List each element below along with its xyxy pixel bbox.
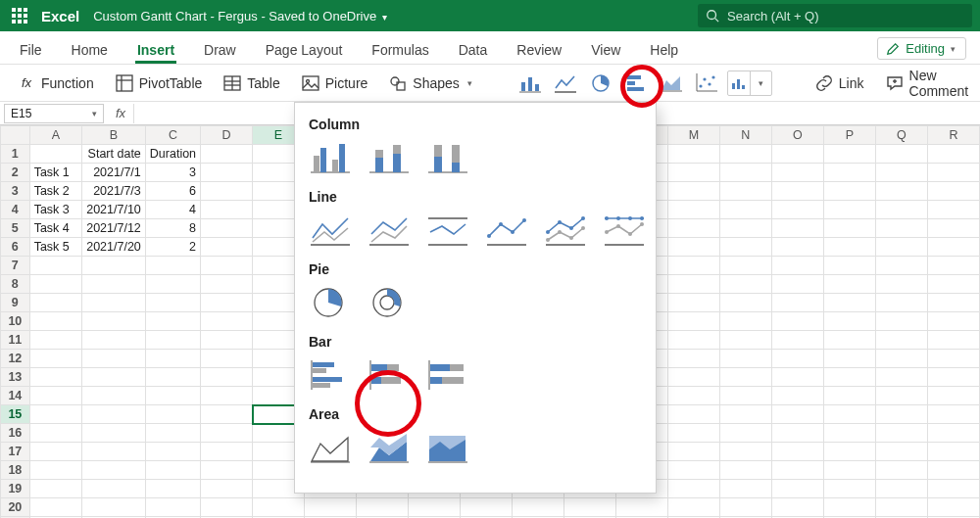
row-header-19[interactable]: 19: [1, 480, 30, 498]
cell-R14[interactable]: [927, 387, 979, 405]
cell-B11[interactable]: [82, 331, 146, 350]
cell-P7[interactable]: [823, 257, 875, 275]
cell-C7[interactable]: [145, 257, 200, 275]
cell-M17[interactable]: [667, 443, 719, 461]
cell-R10[interactable]: [927, 312, 979, 331]
cell-D14[interactable]: [201, 387, 253, 405]
cell-A8[interactable]: [29, 275, 82, 294]
column-chart-button[interactable]: [515, 71, 545, 96]
row-header-11[interactable]: 11: [1, 331, 30, 350]
link-button[interactable]: Link: [815, 74, 864, 92]
cell-P12[interactable]: [823, 350, 875, 368]
cell-R17[interactable]: [927, 443, 979, 461]
cell-A10[interactable]: [29, 312, 82, 331]
stacked-bar-option[interactable]: [368, 357, 411, 393]
tab-review[interactable]: Review: [514, 42, 564, 64]
cell-P13[interactable]: [823, 368, 875, 387]
cell-N16[interactable]: [719, 424, 771, 443]
column-header-B[interactable]: B: [82, 126, 146, 145]
cell-A12[interactable]: [29, 350, 82, 368]
cell-B6[interactable]: 2021/7/20: [82, 238, 146, 257]
cell-R5[interactable]: [927, 219, 979, 238]
cell-R13[interactable]: [927, 368, 979, 387]
cell-A16[interactable]: [29, 424, 82, 443]
area-option[interactable]: [309, 430, 352, 465]
cell-O12[interactable]: [771, 350, 823, 368]
cell-Q15[interactable]: [875, 405, 927, 424]
cell-N11[interactable]: [719, 331, 771, 350]
cell-C16[interactable]: [145, 424, 200, 443]
cell-M12[interactable]: [667, 350, 719, 368]
cell-D8[interactable]: [201, 275, 253, 294]
cell-L20[interactable]: [615, 498, 667, 517]
cell-C8[interactable]: [145, 275, 200, 294]
line-chart-button[interactable]: [551, 71, 580, 96]
cell-B4[interactable]: 2021/7/10: [82, 201, 146, 219]
cell-R15[interactable]: [927, 405, 979, 424]
cell-D10[interactable]: [201, 312, 253, 331]
cell-C10[interactable]: [145, 312, 200, 331]
cell-M7[interactable]: [667, 257, 719, 275]
cell-A5[interactable]: Task 4: [29, 219, 82, 238]
cell-C1[interactable]: Duration: [145, 145, 200, 164]
row-header-6[interactable]: 6: [1, 238, 30, 257]
cell-M1[interactable]: [667, 145, 719, 164]
cell-N10[interactable]: [719, 312, 771, 331]
cell-D4[interactable]: [201, 201, 253, 219]
cell-C20[interactable]: [145, 498, 200, 517]
cell-B14[interactable]: [82, 387, 146, 405]
cell-P4[interactable]: [823, 201, 875, 219]
cell-Q6[interactable]: [875, 238, 927, 257]
cell-O19[interactable]: [771, 480, 823, 498]
column-header-M[interactable]: M: [667, 126, 719, 145]
cell-N3[interactable]: [719, 182, 771, 201]
search-input[interactable]: Search (Alt + Q): [698, 4, 972, 27]
chevron-down-icon[interactable]: ▾: [750, 71, 771, 95]
cell-D7[interactable]: [201, 257, 253, 275]
cell-B7[interactable]: [82, 257, 146, 275]
row-header-17[interactable]: 17: [1, 443, 30, 461]
picture-button[interactable]: Picture: [302, 74, 368, 92]
row-header-13[interactable]: 13: [1, 368, 30, 387]
editing-mode-button[interactable]: Editing ▾: [877, 37, 966, 60]
cell-M14[interactable]: [667, 387, 719, 405]
cell-P5[interactable]: [823, 219, 875, 238]
cell-C6[interactable]: 2: [145, 238, 200, 257]
cell-R2[interactable]: [927, 164, 979, 182]
cell-O11[interactable]: [771, 331, 823, 350]
tab-help[interactable]: Help: [648, 42, 680, 64]
cell-P14[interactable]: [823, 387, 875, 405]
cell-A9[interactable]: [29, 294, 82, 312]
tab-draw[interactable]: Draw: [202, 42, 238, 64]
cell-Q20[interactable]: [875, 498, 927, 517]
cell-M19[interactable]: [667, 480, 719, 498]
cell-B15[interactable]: [82, 405, 146, 424]
cell-Q8[interactable]: [875, 275, 927, 294]
cell-R7[interactable]: [927, 257, 979, 275]
cell-P11[interactable]: [823, 331, 875, 350]
doughnut-option[interactable]: [368, 285, 411, 320]
cell-Q16[interactable]: [875, 424, 927, 443]
cell-D5[interactable]: [201, 219, 253, 238]
cell-R16[interactable]: [927, 424, 979, 443]
stacked-area-option[interactable]: [368, 430, 411, 465]
cell-R3[interactable]: [927, 182, 979, 201]
cell-R4[interactable]: [927, 201, 979, 219]
cell-O2[interactable]: [771, 164, 823, 182]
tab-data[interactable]: Data: [457, 42, 490, 64]
cell-A19[interactable]: [29, 480, 82, 498]
tab-insert[interactable]: Insert: [135, 42, 176, 64]
cell-N12[interactable]: [719, 350, 771, 368]
cell-E20[interactable]: [253, 498, 305, 517]
cell-D20[interactable]: [201, 498, 253, 517]
cell-N15[interactable]: [719, 405, 771, 424]
cell-M3[interactable]: [667, 182, 719, 201]
cell-C17[interactable]: [145, 443, 200, 461]
cell-P16[interactable]: [823, 424, 875, 443]
cell-A15[interactable]: [29, 405, 82, 424]
cell-Q7[interactable]: [875, 257, 927, 275]
100-stacked-area-option[interactable]: [426, 430, 469, 465]
cell-P2[interactable]: [823, 164, 875, 182]
cell-A1[interactable]: [29, 145, 82, 164]
clustered-bar-option[interactable]: [309, 357, 352, 393]
